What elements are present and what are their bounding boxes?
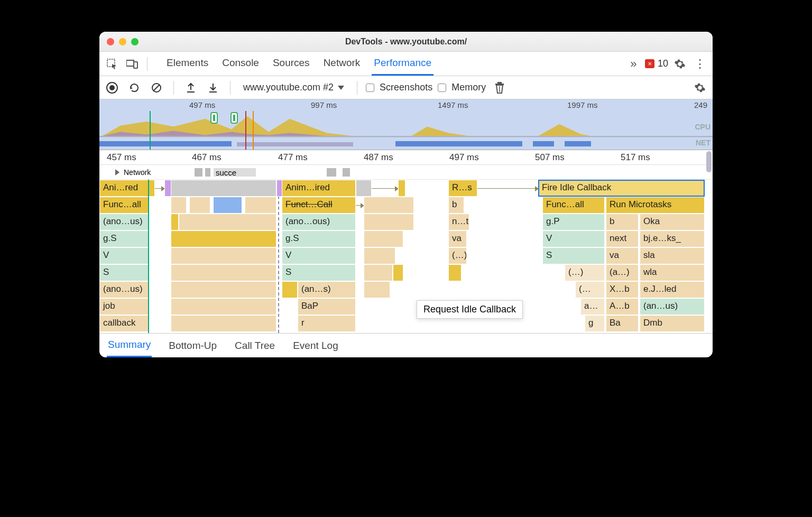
flame-cell[interactable]: (… (575, 281, 605, 298)
settings-icon[interactable] (671, 56, 688, 72)
more-tabs-icon[interactable]: » (625, 56, 642, 72)
flame-cell[interactable] (364, 230, 403, 247)
flame-cell[interactable]: sla (640, 247, 705, 264)
device-toggle-icon[interactable] (124, 56, 141, 72)
tab-console[interactable]: Console (220, 52, 261, 76)
flame-cell[interactable]: g.S (282, 230, 356, 247)
flame-cell[interactable] (171, 281, 276, 298)
flame-cell[interactable]: (ano…us) (99, 281, 150, 298)
flame-cell[interactable] (245, 197, 276, 214)
flame-cell[interactable]: g.P (542, 214, 605, 230)
flame-cell[interactable]: Ani…red (99, 180, 155, 197)
flame-cell[interactable]: S (282, 264, 356, 281)
tab-bottom-up[interactable]: Bottom-Up (168, 335, 218, 357)
net-item[interactable] (195, 168, 202, 177)
flame-cell[interactable]: (an…us) (640, 298, 705, 315)
flame-cell[interactable] (189, 197, 210, 214)
tab-elements[interactable]: Elements (164, 52, 210, 76)
flame-cell[interactable]: e.J…led (640, 281, 705, 298)
inspect-element-icon[interactable] (104, 56, 121, 72)
tab-call-tree[interactable]: Call Tree (234, 335, 276, 357)
flame-cell[interactable] (398, 180, 405, 197)
flame-cell[interactable]: Ba (606, 315, 639, 332)
upload-profile-icon[interactable] (182, 79, 199, 96)
reload-record-button[interactable] (126, 79, 143, 96)
overview-handle-right[interactable] (230, 112, 238, 124)
flame-cell[interactable]: Func…all (99, 197, 150, 214)
flame-cell[interactable]: Func…all (542, 197, 605, 214)
flame-cell[interactable] (179, 214, 276, 230)
flame-cell[interactable]: S (99, 264, 150, 281)
screenshots-checkbox[interactable] (366, 84, 374, 92)
tab-summary[interactable]: Summary (107, 334, 152, 357)
overview-handle-left[interactable] (210, 112, 218, 124)
flame-cell[interactable] (171, 247, 276, 264)
flame-cell[interactable] (171, 298, 276, 315)
flame-cell[interactable]: V (99, 247, 150, 264)
tab-network[interactable]: Network (321, 52, 363, 76)
flame-cell[interactable]: X…b (606, 281, 639, 298)
flame-cell[interactable]: r (298, 315, 356, 332)
flame-cell[interactable] (171, 264, 276, 281)
flame-cell[interactable]: Dmb (640, 315, 705, 332)
flame-cell[interactable]: A…b (606, 298, 639, 315)
flame-cell[interactable]: Anim…ired (282, 180, 356, 197)
flame-cell[interactable] (282, 281, 298, 298)
flame-cell[interactable] (393, 264, 403, 281)
tab-sources[interactable]: Sources (271, 52, 312, 76)
net-item[interactable]: succe (214, 168, 256, 177)
flame-cell[interactable] (448, 264, 462, 281)
flame-cell[interactable]: bj.e…ks_ (640, 230, 705, 247)
flame-cell[interactable]: V (542, 230, 605, 247)
flame-cell[interactable]: (ano…ous) (282, 214, 356, 230)
flame-cell[interactable]: (a…) (606, 264, 639, 281)
net-item[interactable] (343, 168, 350, 177)
flame-cell[interactable]: wla (640, 264, 705, 281)
net-item[interactable] (327, 168, 336, 177)
flame-cell[interactable] (213, 197, 242, 214)
flame-ruler[interactable]: 457 ms 467 ms 477 ms 487 ms 497 ms 507 m… (99, 150, 713, 165)
flame-cell[interactable]: Oka (640, 214, 705, 230)
capture-settings-icon[interactable] (691, 79, 708, 96)
garbage-collect-icon[interactable] (491, 79, 508, 96)
flame-cell[interactable] (364, 281, 390, 298)
flame-cell[interactable]: b (606, 214, 639, 230)
disclosure-triangle-icon[interactable] (115, 169, 119, 176)
flame-cell[interactable]: a… (580, 298, 605, 315)
flame-cell[interactable]: V (282, 247, 356, 264)
clear-button[interactable] (148, 79, 165, 96)
flame-cell[interactable]: va (448, 230, 467, 247)
flame-chart[interactable]: Ani…red Anim…ired R…s Fire Idle Callback… (99, 180, 713, 333)
timeline-overview[interactable]: 497 ms 997 ms 1497 ms 1997 ms 249 CPU NE… (99, 99, 713, 150)
flame-cell[interactable] (171, 214, 179, 230)
recording-selector[interactable]: www.youtube.com #2 (239, 82, 348, 93)
flame-cell[interactable] (364, 214, 414, 230)
download-profile-icon[interactable] (205, 79, 222, 96)
flame-cell-selected[interactable]: Fire Idle Callback (538, 180, 705, 197)
error-count[interactable]: × 10 (645, 58, 668, 69)
tab-event-log[interactable]: Event Log (292, 335, 339, 357)
net-item[interactable] (205, 168, 210, 177)
flame-cell[interactable]: job (99, 298, 150, 315)
flame-cell[interactable]: Run Microtasks (606, 197, 705, 214)
flame-cell[interactable]: S (542, 247, 605, 264)
flame-cell[interactable]: (…) (448, 247, 467, 264)
flame-cell[interactable]: BaP (298, 298, 356, 315)
flame-cell[interactable]: n…t (448, 214, 469, 230)
flame-cell[interactable] (171, 180, 276, 197)
flame-cell[interactable]: g.S (99, 230, 150, 247)
flame-cell[interactable]: va (606, 247, 639, 264)
flame-cell[interactable]: (…) (565, 264, 605, 281)
flame-cell[interactable] (364, 264, 393, 281)
memory-checkbox[interactable] (438, 84, 446, 92)
flame-cell[interactable]: g (585, 315, 605, 332)
flame-cell[interactable] (171, 315, 276, 332)
network-lane[interactable]: Network succe (99, 165, 713, 180)
record-button[interactable] (104, 79, 121, 96)
flame-cell[interactable]: b (448, 197, 464, 214)
flame-cell[interactable] (364, 197, 414, 214)
flame-cell[interactable]: R…s (448, 180, 477, 197)
flame-cell[interactable] (171, 197, 187, 214)
flame-cell[interactable] (364, 247, 395, 264)
flame-cell[interactable]: (an…s) (298, 281, 356, 298)
